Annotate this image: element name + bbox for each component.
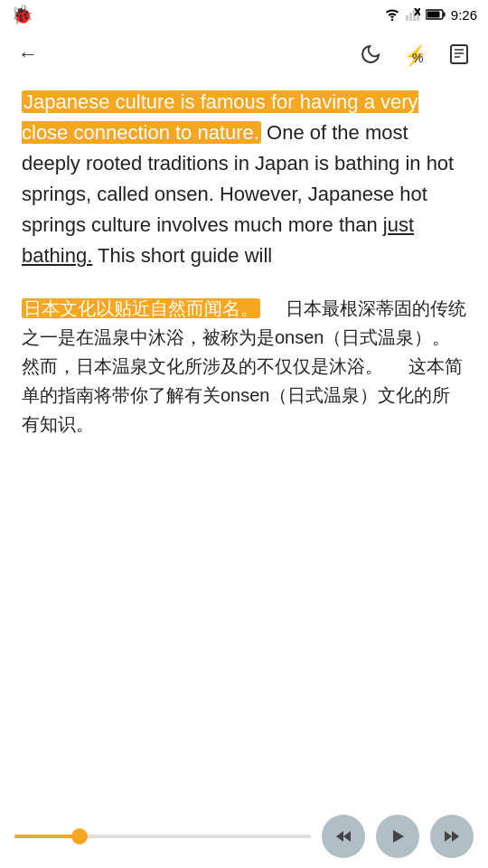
wifi-icon xyxy=(384,8,400,21)
lightning-icon: ⚡ % xyxy=(403,42,427,66)
chinese-highlight: 日本文化以贴近自然而闻名。 xyxy=(22,298,260,318)
moon-button[interactable] xyxy=(356,40,385,69)
svg-marker-17 xyxy=(343,831,351,842)
svg-marker-16 xyxy=(336,831,343,842)
progress-fill xyxy=(14,835,80,838)
svg-marker-20 xyxy=(452,831,459,842)
english-paragraph: Japanese culture is famous for having a … xyxy=(22,87,466,272)
rewind-icon xyxy=(334,827,352,845)
reader-button[interactable] xyxy=(445,40,474,69)
play-button[interactable] xyxy=(376,815,419,858)
bug-icon: 🐞 xyxy=(11,4,33,25)
forward-icon xyxy=(443,827,461,845)
svg-rect-2 xyxy=(409,13,412,21)
status-left: 🐞 xyxy=(11,4,33,25)
svg-point-0 xyxy=(391,19,393,21)
play-icon xyxy=(389,827,407,845)
svg-text:%: % xyxy=(412,51,423,65)
svg-rect-9 xyxy=(443,13,445,17)
toolbar-right: ⚡ % xyxy=(356,39,474,70)
toolbar: ← ⚡ % xyxy=(0,29,488,80)
content-area: Japanese culture is famous for having a … xyxy=(0,80,488,805)
translate-button[interactable]: ⚡ % xyxy=(399,39,430,70)
svg-marker-19 xyxy=(445,831,452,842)
forward-button[interactable] xyxy=(430,815,474,858)
battery-icon xyxy=(426,9,446,20)
bottom-controls xyxy=(0,805,488,868)
back-button[interactable]: ← xyxy=(14,39,42,70)
status-bar: 🐞 xyxy=(0,0,488,29)
chinese-paragraph: 日本文化以贴近自然而闻名。 日本最根深蒂固的传统之一是在温泉中沐浴，被称为是on… xyxy=(22,294,466,439)
svg-rect-12 xyxy=(451,45,467,63)
svg-rect-8 xyxy=(427,12,439,18)
svg-marker-18 xyxy=(393,830,404,843)
english-rest2: This short guide will xyxy=(92,244,272,267)
progress-thumb xyxy=(71,828,88,844)
reader-icon xyxy=(448,43,470,65)
chinese-spacing xyxy=(260,298,286,318)
moon-icon xyxy=(360,43,381,65)
status-right: 9:26 xyxy=(384,7,477,23)
rewind-button[interactable] xyxy=(322,815,365,858)
signal-icon xyxy=(406,8,420,21)
chinese-rest: 日本最根深蒂固的传统之一是在温泉中沐浴，被称为是onsen（日式温泉）。然而，日… xyxy=(22,298,466,434)
progress-track[interactable] xyxy=(14,835,311,838)
status-time: 9:26 xyxy=(451,7,477,23)
svg-rect-1 xyxy=(406,15,408,21)
